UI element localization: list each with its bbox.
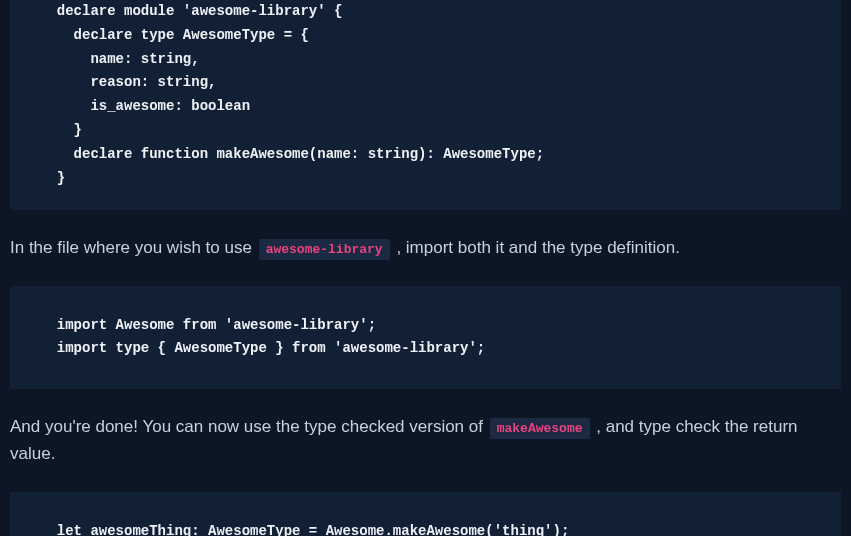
text-segment: In the file where you wish to use [10, 238, 257, 257]
inline-code-function: makeAwesome [490, 418, 590, 439]
code-block-module-declaration[interactable]: declare module 'awesome-library' { decla… [10, 0, 841, 210]
article-content: declare module 'awesome-library' { decla… [0, 0, 851, 536]
paragraph-done: And you're done! You can now use the typ… [10, 413, 841, 467]
text-segment: And you're done! You can now use the typ… [10, 417, 488, 436]
text-segment: , import both it and the type definition… [392, 238, 680, 257]
code-block-import[interactable]: import Awesome from 'awesome-library'; i… [10, 286, 841, 390]
paragraph-import-instruction: In the file where you wish to use awesom… [10, 234, 841, 261]
inline-code-library: awesome-library [259, 239, 390, 260]
code-block-usage[interactable]: let awesomeThing: AwesomeType = Awesome.… [10, 492, 841, 536]
